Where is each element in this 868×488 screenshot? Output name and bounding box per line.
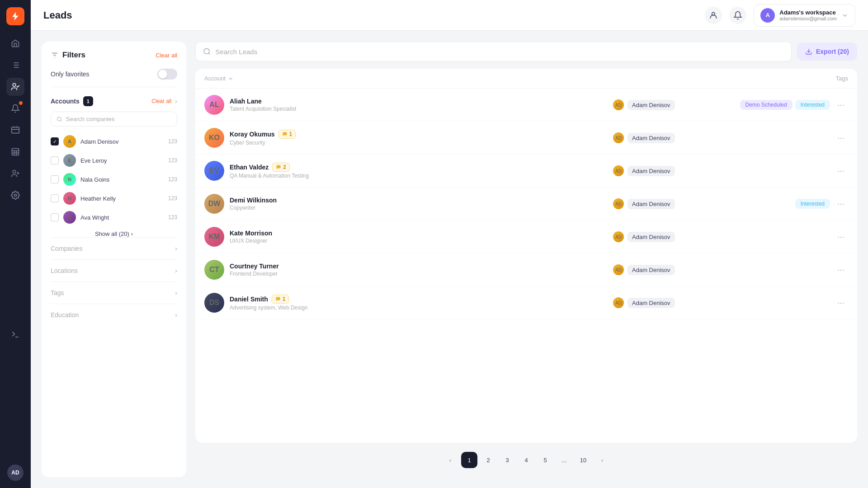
locations-label: Locations	[51, 267, 78, 274]
lead-assignee: AD Adam Denisov	[613, 198, 703, 209]
assignee-avatar: AD	[613, 132, 624, 143]
lead-text: Ethan Valdez 2 QA Manual & Automation Te…	[230, 163, 309, 179]
account-item[interactable]: A Adam Denisov 123	[51, 132, 177, 151]
sidebar-item-terminal[interactable]	[6, 325, 24, 343]
filter-icon	[51, 51, 59, 59]
account-checkbox[interactable]	[51, 194, 59, 202]
companies-chevron-icon: ›	[175, 245, 177, 252]
svg-point-20	[57, 117, 61, 121]
account-name: Ava Wright	[80, 214, 164, 221]
table-row[interactable]: KO Koray Okumus 1 Cyber Security AD Adam…	[195, 122, 857, 155]
more-options-button[interactable]: ⋯	[834, 263, 848, 277]
svg-rect-7	[12, 127, 19, 133]
more-options-button[interactable]: ⋯	[834, 197, 848, 211]
account-checkbox[interactable]	[51, 156, 59, 164]
show-all-button[interactable]: Show all (20) ›	[95, 230, 133, 237]
page-number-button[interactable]: 10	[575, 452, 591, 468]
profile-icon-btn[interactable]	[705, 7, 722, 24]
assignee-name: Adam Denisov	[627, 265, 675, 275]
table-row[interactable]: DW Demi Wilkinson Copywriter AD Adam Den…	[195, 188, 857, 221]
lead-name-row: Kate Morrison	[230, 230, 272, 237]
page-number-button[interactable]: 5	[537, 452, 553, 468]
tag-badge: Demo Scheduled	[740, 100, 793, 110]
lead-info: DS Daniel Smith 1 Advertising system, We…	[204, 293, 613, 313]
assignee-name: Adam Denisov	[627, 166, 675, 176]
workspace-name: Adams's workspace	[779, 9, 837, 16]
table-row[interactable]: EV Ethan Valdez 2 QA Manual & Automation…	[195, 155, 857, 188]
table-row[interactable]: KM Kate Morrison UI/UX Designer AD Adam …	[195, 221, 857, 253]
lead-role: UI/UX Designer	[230, 238, 272, 244]
sidebar-user-avatar[interactable]: AD	[7, 465, 24, 481]
education-label: Education	[51, 311, 79, 319]
sidebar-item-user-settings[interactable]	[6, 164, 24, 183]
only-favorites-row: Only favorites	[51, 69, 177, 87]
account-sort-icon[interactable]	[227, 75, 234, 82]
lead-text: Courtney Turner Frontend Developer	[230, 263, 279, 277]
accounts-clear-button[interactable]: Clear all	[151, 98, 171, 104]
lead-name-row: Demi Wilkinson	[230, 197, 277, 204]
leads-search-input[interactable]	[216, 48, 784, 56]
locations-section[interactable]: Locations ›	[51, 259, 177, 282]
workspace-card[interactable]: A Adams's workspace adamdenisov@gmail.co…	[754, 4, 855, 27]
search-companies-input[interactable]	[66, 116, 171, 122]
assignee-name: Adam Denisov	[627, 133, 675, 143]
lead-avatar: KM	[204, 227, 224, 247]
app-logo[interactable]	[6, 7, 24, 25]
more-options-button[interactable]: ⋯	[834, 164, 848, 178]
account-checkbox[interactable]	[51, 137, 59, 145]
search-companies-wrap	[51, 112, 177, 127]
account-item[interactable]: N Nala Goins 123	[51, 170, 177, 189]
lead-info: AL Aliah Lane Talent Acquisition Special…	[204, 95, 613, 115]
account-count: 123	[168, 176, 177, 183]
page-next-button[interactable]: ›	[594, 452, 610, 468]
assignee-name: Adam Denisov	[627, 298, 675, 308]
page-prev-button[interactable]: ‹	[442, 452, 458, 468]
table-row[interactable]: CT Courtney Turner Frontend Developer AD…	[195, 253, 857, 286]
filter-clear-all-button[interactable]: Clear all	[156, 52, 177, 59]
page-number-button[interactable]: 2	[480, 452, 496, 468]
education-section[interactable]: Education ›	[51, 304, 177, 326]
more-options-button[interactable]: ⋯	[834, 131, 848, 145]
sidebar-item-leads[interactable]	[6, 78, 24, 96]
only-favorites-toggle[interactable]	[157, 69, 177, 80]
more-options-button[interactable]: ⋯	[834, 296, 848, 310]
table-row[interactable]: DS Daniel Smith 1 Advertising system, We…	[195, 286, 857, 319]
notification-icon-btn[interactable]	[729, 7, 746, 24]
filter-title: Filters	[62, 51, 85, 60]
companies-label: Companies	[51, 245, 83, 252]
page-number-button[interactable]: 3	[499, 452, 515, 468]
companies-section[interactable]: Companies ›	[51, 237, 177, 259]
sidebar-item-home[interactable]	[6, 34, 24, 52]
sidebar-item-list[interactable]	[6, 56, 24, 74]
table-header: Account Tags	[195, 69, 857, 89]
lead-role: Talent Acquisition Specialist	[230, 106, 296, 112]
lead-avatar: KO	[204, 128, 224, 148]
account-item[interactable]: A Ava Wright 123	[51, 208, 177, 227]
more-options-button[interactable]: ⋯	[834, 230, 848, 244]
tags-section[interactable]: Tags ›	[51, 282, 177, 304]
more-options-button[interactable]: ⋯	[834, 98, 848, 112]
show-all-chevron-icon: ›	[131, 230, 133, 237]
page-number-button[interactable]: 4	[518, 452, 534, 468]
leads-search-row: Export (20)	[195, 42, 857, 61]
svg-rect-8	[12, 149, 19, 155]
comment-badge: 2	[272, 163, 290, 172]
workspace-chevron-icon	[841, 12, 849, 19]
sidebar-item-contacts[interactable]	[6, 121, 24, 139]
account-checkbox[interactable]	[51, 175, 59, 183]
table-row[interactable]: AL Aliah Lane Talent Acquisition Special…	[195, 89, 857, 122]
export-button[interactable]: Export (20)	[797, 42, 857, 61]
workspace-avatar: A	[760, 8, 775, 23]
account-count: 123	[168, 195, 177, 202]
page-number-button[interactable]: 1	[461, 452, 477, 468]
sidebar-item-notifications[interactable]	[6, 99, 24, 117]
account-item[interactable]: E Eve Leroy 123	[51, 151, 177, 170]
account-name: Nala Goins	[80, 176, 164, 183]
filter-panel: Filters Clear all Only favorites Account…	[42, 42, 186, 477]
tag-badge: Interested	[795, 100, 830, 110]
sidebar-item-settings[interactable]	[6, 186, 24, 204]
lead-text: Koray Okumus 1 Cyber Security	[230, 130, 296, 146]
account-checkbox[interactable]	[51, 213, 59, 221]
account-item[interactable]: H Heather Kelly 123	[51, 189, 177, 208]
sidebar-item-table[interactable]	[6, 143, 24, 161]
